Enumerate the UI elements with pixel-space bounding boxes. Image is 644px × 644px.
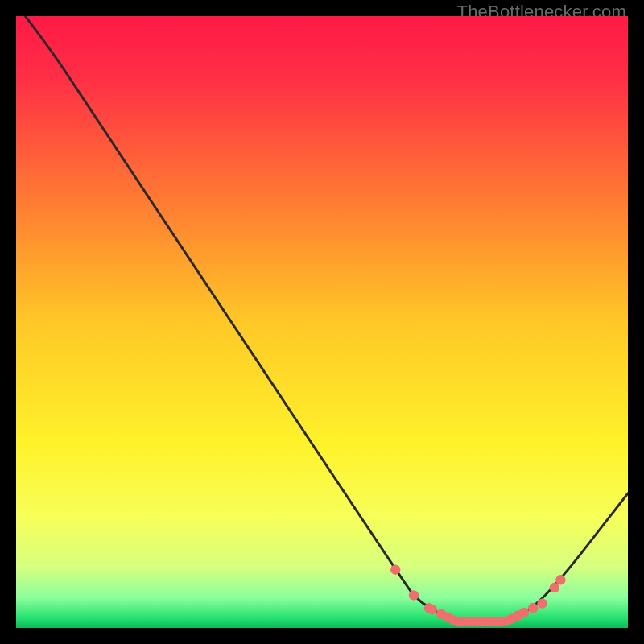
bottleneck-chart bbox=[16, 16, 628, 628]
chart-background bbox=[16, 16, 628, 628]
data-marker bbox=[390, 565, 400, 575]
data-marker bbox=[519, 608, 529, 617]
data-marker bbox=[555, 575, 565, 584]
data-marker bbox=[537, 598, 547, 608]
chart-frame bbox=[16, 16, 628, 628]
data-marker bbox=[409, 590, 419, 600]
data-marker bbox=[427, 605, 437, 614]
data-marker bbox=[550, 583, 559, 592]
data-marker bbox=[528, 603, 538, 613]
